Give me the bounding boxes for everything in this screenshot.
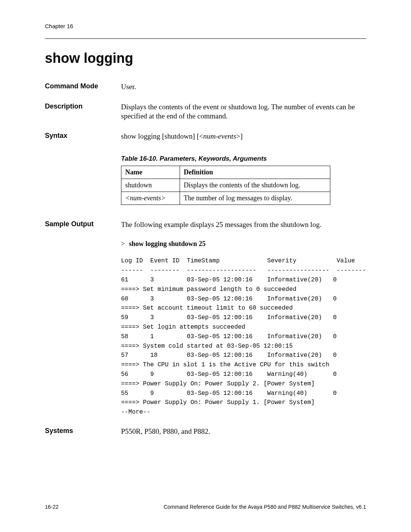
value-sample-output-intro: The following example displays 25 messag… [121, 220, 366, 230]
footer-guide-title: Command Reference Guide for the Avaya P5… [164, 504, 366, 510]
row-syntax: Syntax show logging [shutdown] [<num-eve… [45, 132, 366, 141]
row-description: Description Displays the contents of the… [45, 102, 366, 121]
table-caption: Table 16-10. Parameters, Keywords, Argum… [121, 155, 366, 163]
sample-command: show logging shutdown 25 [129, 240, 206, 248]
parameters-table: Name Definition shutdown Displays the co… [121, 166, 330, 205]
syntax-prefix: show logging [shutdown] [< [121, 132, 203, 140]
table-row: shutdown Displays the contents of the sh… [121, 179, 330, 192]
page: Chapter 16 show logging Command Mode Use… [0, 0, 411, 532]
label-sample-output: Sample Output [45, 220, 121, 228]
value-command-mode: User. [121, 82, 366, 92]
page-footer: 16-22 Command Reference Guide for the Av… [45, 504, 366, 510]
table-row: <num-events> The number of log messages … [121, 192, 330, 204]
syntax-suffix: >] [236, 132, 243, 140]
label-systems: Systems [45, 427, 121, 435]
table-header-row: Name Definition [121, 166, 330, 179]
page-title: show logging [45, 50, 366, 66]
cell-definition: Displays the contents of the shutdown lo… [180, 179, 330, 192]
row-command-mode: Command Mode User. [45, 82, 366, 92]
label-description: Description [45, 102, 121, 110]
row-systems: Systems P550R, P580, P880, and P882. [45, 427, 366, 436]
value-description: Displays the contents of the event or sh… [121, 102, 366, 121]
cell-definition: The number of log messages to display. [180, 192, 330, 204]
th-definition: Definition [180, 166, 330, 179]
cell-name: <num-events> [121, 192, 180, 204]
label-syntax: Syntax [45, 132, 121, 140]
syntax-arg: num-events [203, 132, 236, 140]
value-systems: P550R, P580, P880, and P882. [121, 427, 366, 436]
row-sample-output: Sample Output The following example disp… [45, 220, 366, 230]
sample-output-block: Log ID Event ID TimeStamp Severity Value… [121, 256, 366, 417]
footer-page-number: 16-22 [45, 504, 59, 510]
cell-name: shutdown [121, 179, 180, 192]
label-command-mode: Command Mode [45, 82, 121, 90]
header-divider [45, 38, 366, 39]
sample-command-line: > show logging shutdown 25 [121, 240, 366, 248]
chapter-label: Chapter 16 [45, 23, 366, 29]
prompt: > [121, 240, 125, 248]
th-name: Name [121, 166, 180, 179]
value-syntax: show logging [shutdown] [<num-events>] [121, 132, 366, 141]
